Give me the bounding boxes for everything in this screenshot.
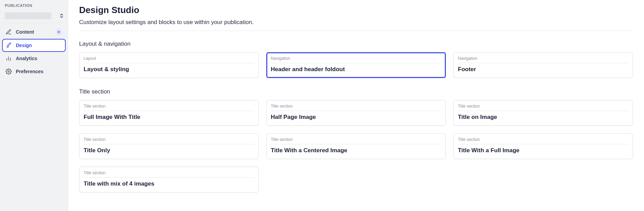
sidebar: PUBLICATION Content Design Analytics Pre… [0, 0, 68, 211]
card-eyebrow: Title section [84, 170, 254, 178]
section-heading-layout-nav: Layout & navigation [79, 41, 633, 47]
sidebar-section-label: PUBLICATION [5, 3, 63, 8]
card-title: Title With a Centered Image [271, 147, 441, 154]
card-eyebrow: Title section [271, 104, 441, 111]
main-content: Design Studio Customize layout settings … [68, 0, 644, 211]
card-title-on-image[interactable]: Title section Title on Image [453, 100, 633, 126]
card-title: Title with mix of 4 images [84, 180, 254, 187]
card-title: Header and header foldout [271, 66, 441, 73]
chevron-up-down-icon [59, 13, 64, 19]
sidebar-item-analytics[interactable]: Analytics [2, 52, 66, 65]
card-title-centered-image[interactable]: Title section Title With a Centered Imag… [266, 133, 446, 159]
publication-selector[interactable] [0, 10, 68, 23]
sidebar-header: PUBLICATION [0, 3, 68, 10]
sidebar-item-design[interactable]: Design [2, 39, 66, 52]
card-eyebrow: Title section [84, 137, 254, 144]
svg-point-5 [8, 71, 10, 73]
card-layout-styling[interactable]: Layout Layout & styling [79, 52, 259, 78]
brush-icon [6, 42, 12, 48]
card-title: Footer [458, 66, 629, 73]
card-title-full-image[interactable]: Title section Title With a Full Image [453, 133, 633, 159]
card-half-page-image[interactable]: Title section Half Page Image [266, 100, 446, 126]
card-eyebrow: Title section [458, 104, 629, 111]
card-footer[interactable]: Navigation Footer [453, 52, 633, 78]
divider [79, 31, 633, 31]
bar-chart-icon [6, 55, 12, 62]
card-eyebrow: Title section [458, 137, 629, 144]
plus-icon [56, 30, 62, 34]
publication-name-placeholder [5, 12, 51, 19]
card-eyebrow: Navigation [458, 56, 629, 63]
sidebar-item-content[interactable]: Content [2, 25, 66, 39]
card-title: Title With a Full Image [458, 147, 629, 154]
card-eyebrow: Title section [84, 104, 254, 111]
card-title-mix-4-images[interactable]: Title section Title with mix of 4 images [79, 167, 259, 192]
card-title-only[interactable]: Title section Title Only [79, 133, 259, 159]
sidebar-nav: Content Design Analytics Preferences [0, 23, 68, 80]
card-grid-layout-nav: Layout Layout & styling Navigation Heade… [79, 52, 633, 78]
page-subtitle: Customize layout settings and blocks to … [79, 19, 633, 26]
card-eyebrow: Layout [84, 56, 254, 63]
card-eyebrow: Navigation [271, 56, 441, 63]
card-title: Title Only [84, 147, 254, 154]
sidebar-item-label: Content [16, 29, 51, 35]
page-title: Design Studio [79, 5, 633, 15]
card-title: Title on Image [458, 114, 629, 121]
add-button[interactable] [55, 29, 62, 35]
card-grid-title-section: Title section Full Image With Title Titl… [79, 100, 633, 192]
section-heading-title-section: Title section [79, 88, 633, 95]
card-title: Full Image With Title [84, 114, 254, 121]
sidebar-item-label: Analytics [16, 56, 62, 61]
sidebar-item-label: Design [16, 43, 62, 48]
card-full-image-with-title[interactable]: Title section Full Image With Title [79, 100, 259, 126]
card-header-foldout[interactable]: Navigation Header and header foldout [266, 52, 446, 78]
gear-icon [6, 68, 12, 75]
sidebar-item-label: Preferences [16, 69, 62, 74]
card-eyebrow: Title section [271, 137, 441, 144]
edit-icon [6, 29, 12, 35]
sidebar-item-preferences[interactable]: Preferences [2, 65, 66, 78]
card-title: Half Page Image [271, 114, 441, 121]
card-title: Layout & styling [84, 66, 254, 73]
